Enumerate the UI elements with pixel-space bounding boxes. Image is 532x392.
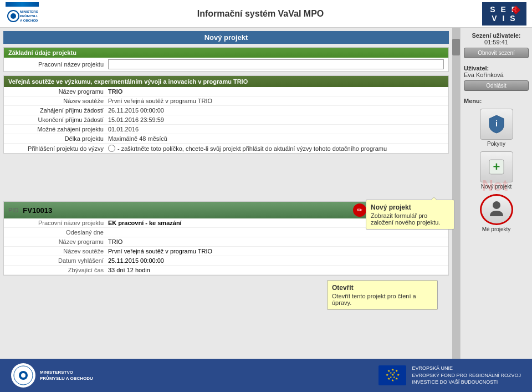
- project-id-area: PID FV10013: [8, 206, 52, 215]
- tooltip-otevrit-text: Otevřít tento projekt pro čtení a úpravy…: [332, 293, 433, 306]
- odhlasit-button[interactable]: Odhlásit: [464, 80, 529, 91]
- sidebar-item-novy-projekt[interactable]: + Nový projekt: [464, 151, 529, 190]
- tooltip-otevrit: Otevřít Otevřít tento projekt pro čtení …: [327, 280, 438, 310]
- delka-projektu-value: Maximálně 48 měsíců: [108, 135, 167, 142]
- ukonceni-value: 15.01.2016 23:59:59: [108, 116, 164, 123]
- mpo-logo-svg: MINISTERSTVO PRŮMYSLU A OBCHODU: [7, 7, 38, 26]
- mozne-zahajeni-label: Možné zahájení projektu: [8, 126, 108, 133]
- proj-datum-row: Datum vyhlášení 25.11.2015 00:00:00: [4, 256, 448, 266]
- sidebar-item-me-projekty[interactable]: Mé projekty: [464, 194, 529, 232]
- svg-text:MINISTERSTVO: MINISTERSTVO: [20, 10, 38, 13]
- footer-eu-text: EVROPSKÁ UNIE EVROPSKÝ FOND PRO REGIONÁL…: [412, 365, 521, 386]
- footer: MINISTERSTVO PRŮMYSLU A OBCHODU ★ ★ ★ ★ …: [0, 359, 532, 392]
- nazev-souteze-row: Název soutěže První veřejná soutěž v pro…: [4, 96, 448, 106]
- footer-logo-circle: [11, 363, 35, 388]
- servis-logo: S E R V I S: [482, 2, 526, 26]
- svg-text:A OBCHODU: A OBCHODU: [20, 19, 38, 22]
- proj-zbyvajici-row: Zbývající čas 33 dní 12 hodin: [4, 266, 448, 275]
- me-projekty-icon-box: [480, 194, 513, 225]
- novy-projekt-icon-box: +: [480, 151, 513, 182]
- proj-soutez-label: Název soutěže: [8, 248, 108, 254]
- servis-logo-svg: S E R V I S: [483, 2, 526, 26]
- proj-odeslan-label: Odeslaný dne: [8, 229, 108, 236]
- proj-program-value: TRIO: [108, 238, 122, 245]
- footer-logo-left: MINISTERSTVO PRŮMYSLU A OBCHODU: [11, 363, 93, 388]
- zahajeni-value: 26.11.2015 00:00:00: [108, 107, 164, 114]
- proj-zbyvajici-label: Zbývající čas: [8, 267, 108, 273]
- proj-soutez-value: První veřejná soutěž v programu TRIO: [108, 248, 212, 254]
- verejna-soutez-section: Veřejná soutěže ve výzkumu, experimentál…: [3, 75, 449, 154]
- spacer: [0, 154, 452, 198]
- svg-point-13: [493, 201, 500, 209]
- eu-line1: EVROPSKÁ UNIE: [412, 365, 521, 372]
- pracovni-nazev-label: Pracovní název projektu: [8, 61, 108, 68]
- novy-projekt-label: Nový projekt: [481, 184, 512, 190]
- nazev-souteze-label: Název soutěže: [8, 98, 108, 104]
- proj-program-row: Název programu TRIO: [4, 237, 448, 247]
- eu-flag: ★ ★ ★ ★ ★ ★ ★ ★ ★ ★ ★ ★ ★: [380, 366, 405, 384]
- eu-line3: INVESTICE DO VAŠÍ BUDOUCNOSTI: [412, 379, 521, 386]
- session-time: 01:59:41: [464, 39, 529, 45]
- svg-text:PRŮMYSLU: PRŮMYSLU: [20, 14, 38, 18]
- svg-text:★: ★: [395, 377, 398, 380]
- sidebar-item-pokyny[interactable]: i Pokyny: [464, 109, 529, 147]
- zakladni-udaje-body: Pracovní název projektu: [4, 58, 448, 72]
- footer-right: ★ ★ ★ ★ ★ ★ ★ ★ ★ ★ ★ ★ ★ EVROPSKÁ UNIE …: [378, 365, 521, 386]
- prihlaseni-value: - zaškrtněte toto políčko, chcete-li svů…: [117, 145, 387, 152]
- pracovni-nazev-input[interactable]: [108, 59, 444, 69]
- footer-mpo-logo: [13, 365, 33, 385]
- content-wrapper: Nový projekt Základní údaje projektu Pra…: [0, 31, 452, 276]
- prihlaseni-radio[interactable]: [108, 145, 115, 152]
- user-label: Uživatel:: [464, 65, 529, 72]
- footer-line1: MINISTERSTVO: [40, 369, 93, 375]
- pid-label: PID: [8, 207, 18, 213]
- prihlaseni-row: Přihlášení projektu do výzvy - zaškrtnět…: [4, 144, 448, 153]
- delka-projektu-label: Délka projektu: [8, 135, 108, 142]
- eu-stars-logo: ★ ★ ★ ★ ★ ★ ★ ★ ★ ★ ★ ★ ★: [378, 365, 406, 385]
- ukonceni-row: Ukončení příjmu žádostí 15.01.2016 23:59…: [4, 115, 448, 125]
- svg-text:i: i: [495, 119, 498, 128]
- svg-text:★: ★: [386, 373, 388, 376]
- me-projekty-label: Mé projekty: [482, 226, 511, 232]
- zakladni-udaje-header: Základní údaje projektu: [4, 48, 448, 58]
- pokyny-label: Pokyny: [487, 141, 505, 147]
- nazev-programu-label: Název programu: [8, 88, 108, 95]
- proj-nazev-label: Pracovní název projektu: [8, 220, 108, 226]
- sidebar: Sezení uživatele: 01:59:41 Obnovit sezen…: [460, 28, 532, 359]
- verejna-soutez-body: Název programu TRIO Název soutěže První …: [4, 87, 448, 153]
- nazev-programu-value: TRIO: [108, 88, 122, 95]
- shield-icon: i: [488, 114, 505, 134]
- logo-left: MINISTERSTVO PRŮMYSLU A OBCHODU: [6, 2, 39, 26]
- user-name: Eva Kořínková: [464, 72, 529, 78]
- svg-text:V I S: V I S: [492, 14, 516, 23]
- page-title: Nový projekt: [3, 31, 449, 44]
- zakladni-udaje-section: Základní údaje projektu Pracovní název p…: [3, 47, 449, 72]
- proj-datum-label: Datum vyhlášení: [8, 257, 108, 264]
- footer-line2: PRŮMYSLU A OBCHODU: [40, 375, 93, 381]
- obnovit-button[interactable]: Obnovit sezení: [464, 48, 529, 58]
- scrollbar-thumb[interactable]: [452, 39, 460, 55]
- tooltip-arrow-inner: [431, 197, 437, 200]
- svg-text:★: ★: [395, 369, 398, 373]
- prihlaseni-label: Přihlášení projektu do výzvy: [8, 145, 108, 152]
- footer-logo-text: MINISTERSTVO PRŮMYSLU A OBCHODU: [40, 369, 93, 381]
- edit-icon[interactable]: ✏: [353, 203, 366, 217]
- main-layout: Nový projekt Základní údaje projektu Pra…: [0, 28, 532, 359]
- session-box: Sezení uživatele: 01:59:41 Obnovit sezen…: [464, 32, 529, 58]
- pokyny-icon-box: i: [480, 109, 513, 140]
- scrollbar[interactable]: [452, 28, 460, 359]
- pracovni-nazev-row: Pracovní název projektu: [4, 58, 448, 72]
- proj-soutez-row: Název soutěže První veřejná soutěž v pro…: [4, 247, 448, 256]
- verejna-soutez-header: Veřejná soutěže ve výzkumu, experimentál…: [4, 76, 448, 87]
- svg-text:★: ★: [391, 379, 394, 382]
- nazev-souteze-value: První veřejná soutěž v programu TRIO: [108, 98, 212, 104]
- session-label: Sezení uživatele:: [464, 32, 529, 39]
- ukonceni-label: Ukončení příjmu žádostí: [8, 116, 108, 123]
- proj-program-label: Název programu: [8, 238, 108, 245]
- tooltip-novy-title: Nový projekt: [371, 203, 449, 211]
- svg-point-2: [11, 13, 16, 19]
- proj-zbyvajici-value: 33 dní 12 hodin: [108, 267, 150, 273]
- eu-line2: EVROPSKÝ FOND PRO REGIONÁLNÍ ROZVOJ: [412, 372, 521, 379]
- user-box: Uživatel: Eva Kořínková Odhlásit: [464, 65, 529, 91]
- svg-text:+: +: [493, 160, 500, 174]
